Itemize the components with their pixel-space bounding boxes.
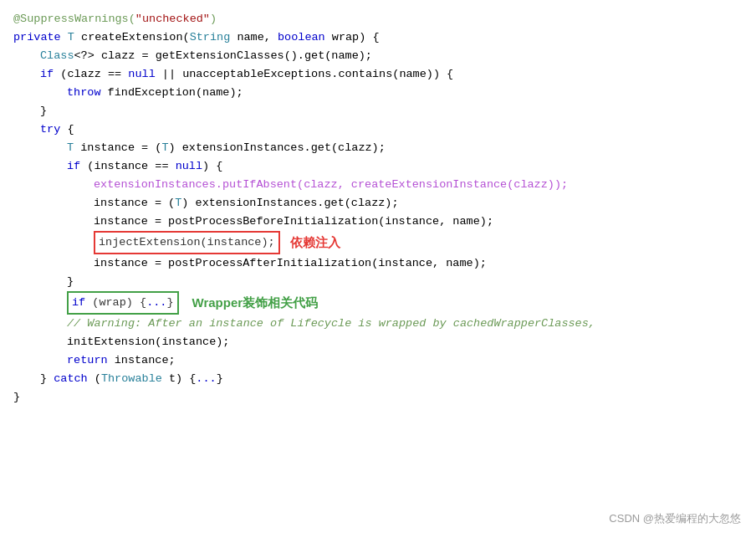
kw-private: private	[13, 28, 61, 47]
code-line-3: Class <?> clazz = getExtensionClasses().…	[0, 47, 756, 65]
code-line-15: }	[0, 273, 756, 291]
code-line-18: initExtension(instance);	[0, 333, 756, 351]
code-line-17: // Warning: After an instance of Lifecyc…	[0, 315, 756, 333]
inject-label: 依赖注入	[290, 233, 340, 252]
code-line-20: } catch ( Throwable t) { ... }	[0, 370, 756, 388]
code-line-2: private T createExtension( String name, …	[0, 28, 756, 47]
code-line-4: if (clazz == null || unacceptableExcepti…	[0, 65, 756, 84]
wrap-highlight: if (wrap) {...}	[67, 291, 179, 315]
code-line-1: @SuppressWarnings("unchecked")	[0, 10, 756, 28]
kw-boolean: boolean	[278, 28, 325, 47]
code-container: @SuppressWarnings("unchecked") private T…	[0, 0, 756, 538]
type-T: T	[68, 28, 74, 47]
code-line-6: }	[0, 102, 756, 120]
wrapper-label: Wrapper装饰相关代码	[192, 294, 319, 312]
code-line-13: injectExtension(instance); 依赖注入	[0, 231, 756, 254]
code-line-5: throw findException(name);	[0, 84, 756, 102]
annotation-suppress: @SuppressWarnings("unchecked")	[13, 10, 217, 28]
type-String: String	[190, 28, 231, 47]
code-line-12: instance = postProcessBeforeInitializati…	[0, 213, 756, 231]
watermark: CSDN @热爱编程的大忽悠	[609, 511, 741, 526]
code-line-16: if (wrap) {...} Wrapper装饰相关代码	[0, 291, 756, 315]
code-line-14: instance = postProcessAfterInitializatio…	[0, 254, 756, 273]
comment-warning: // Warning: After an instance of Lifecyc…	[67, 315, 595, 333]
inject-extension-highlight: injectExtension(instance);	[94, 231, 280, 254]
code-line-9: if (instance == null ) {	[0, 157, 756, 176]
code-line-21: }	[0, 388, 756, 407]
code-line-19: return instance;	[0, 351, 756, 370]
kw-catch: catch	[54, 370, 88, 388]
code-line-11: instance = ( T ) extensionInstances.get(…	[0, 194, 756, 213]
code-line-8: T instance = ( T ) extensionInstances.ge…	[0, 139, 756, 157]
code-line-10: extensionInstances.putIfAbsent(clazz, cr…	[0, 176, 756, 194]
code-line-7: try {	[0, 120, 756, 139]
